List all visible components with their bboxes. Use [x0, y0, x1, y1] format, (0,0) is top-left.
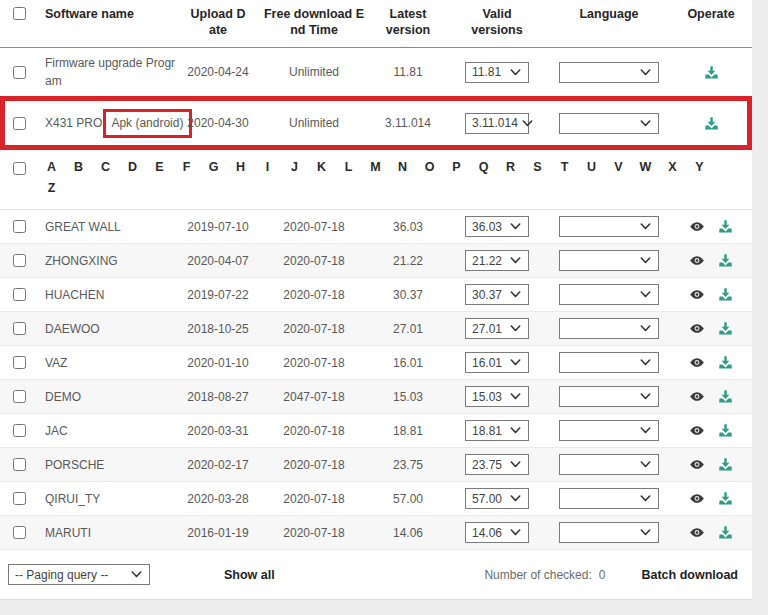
alphabet-letter-X[interactable]: X: [659, 160, 686, 174]
view-eye-icon[interactable]: [689, 255, 705, 266]
view-eye-icon[interactable]: [689, 459, 705, 470]
row-checkbox[interactable]: [13, 458, 26, 471]
download-icon[interactable]: [718, 457, 733, 472]
alphabet-letter-Q[interactable]: Q: [470, 160, 497, 174]
download-icon[interactable]: [704, 116, 719, 131]
view-eye-icon[interactable]: [689, 323, 705, 334]
download-icon[interactable]: [718, 321, 733, 336]
language-select[interactable]: [559, 488, 659, 509]
language-select[interactable]: [559, 62, 659, 83]
valid-version-select[interactable]: 14.06: [465, 522, 529, 543]
alphabet-letter-E[interactable]: E: [146, 160, 173, 174]
alphabet-letter-S[interactable]: S: [524, 160, 551, 174]
download-icon[interactable]: [718, 253, 733, 268]
row-checkbox[interactable]: [13, 117, 26, 130]
alphabet-letter-N[interactable]: N: [389, 160, 416, 174]
chevron-down-icon: [510, 529, 521, 536]
row-checkbox[interactable]: [13, 356, 26, 369]
row-checkbox[interactable]: [13, 492, 26, 505]
language-select[interactable]: [559, 113, 659, 134]
view-eye-icon[interactable]: [689, 289, 705, 300]
language-select[interactable]: [559, 454, 659, 475]
language-select[interactable]: [559, 216, 659, 237]
paging-query-select[interactable]: -- Paging query --: [8, 564, 150, 585]
valid-version-selected-value: 16.01: [472, 356, 502, 370]
view-eye-icon[interactable]: [689, 391, 705, 402]
alphabet-letter-V[interactable]: V: [605, 160, 632, 174]
language-select[interactable]: [559, 250, 659, 271]
alphabet-letter-F[interactable]: F: [173, 160, 200, 174]
valid-version-select[interactable]: 57.00: [465, 488, 529, 509]
view-eye-icon[interactable]: [689, 357, 705, 368]
valid-version-select[interactable]: 3.11.014: [465, 113, 529, 134]
view-eye-icon[interactable]: [689, 221, 705, 232]
alphabet-letter-M[interactable]: M: [362, 160, 389, 174]
row-checkbox[interactable]: [13, 220, 26, 233]
view-eye-icon[interactable]: [689, 527, 705, 538]
view-eye-icon[interactable]: [689, 493, 705, 504]
alphabet-letter-C[interactable]: C: [92, 160, 119, 174]
show-all-button[interactable]: Show all: [224, 568, 275, 582]
alphabet-letter-D[interactable]: D: [119, 160, 146, 174]
language-select[interactable]: [559, 420, 659, 441]
chevron-down-icon: [640, 393, 651, 400]
row-checkbox[interactable]: [13, 526, 26, 539]
alphabet-letter-J[interactable]: J: [281, 160, 308, 174]
header-latest-version: Latest version: [370, 7, 446, 38]
upload-date-text: 2018-08-27: [178, 390, 258, 404]
download-icon[interactable]: [704, 65, 719, 80]
valid-version-select[interactable]: 30.37: [465, 284, 529, 305]
upload-date-text: 2020-04-07: [178, 254, 258, 268]
alphabet-letter-B[interactable]: B: [65, 160, 92, 174]
language-select[interactable]: [559, 284, 659, 305]
language-select[interactable]: [559, 318, 659, 339]
alphabet-letter-Y[interactable]: Y: [686, 160, 713, 174]
alphabet-letter-K[interactable]: K: [308, 160, 335, 174]
download-icon[interactable]: [718, 287, 733, 302]
row-checkbox[interactable]: [13, 424, 26, 437]
valid-version-select[interactable]: 36.03: [465, 216, 529, 237]
language-select[interactable]: [559, 386, 659, 407]
software-name-text: DEMO: [38, 390, 178, 404]
alphabet-letter-L[interactable]: L: [335, 160, 362, 174]
chevron-down-icon: [640, 325, 651, 332]
valid-version-select[interactable]: 16.01: [465, 352, 529, 373]
view-eye-icon[interactable]: [689, 425, 705, 436]
download-icon[interactable]: [718, 525, 733, 540]
row-checkbox-cell: [0, 424, 38, 437]
valid-version-select[interactable]: 15.03: [465, 386, 529, 407]
alphabet-letter-R[interactable]: R: [497, 160, 524, 174]
batch-download-button[interactable]: Batch download: [641, 568, 738, 582]
download-icon[interactable]: [718, 219, 733, 234]
alphabet-letter-A[interactable]: A: [38, 160, 65, 174]
download-icon[interactable]: [718, 389, 733, 404]
alphabet-letter-W[interactable]: W: [632, 160, 659, 174]
row-checkbox[interactable]: [13, 288, 26, 301]
valid-version-select[interactable]: 27.01: [465, 318, 529, 339]
language-select[interactable]: [559, 522, 659, 543]
download-icon[interactable]: [718, 423, 733, 438]
valid-version-select[interactable]: 11.81: [465, 62, 529, 83]
alphabet-letter-Z[interactable]: Z: [38, 181, 65, 195]
alphabet-letter-U[interactable]: U: [578, 160, 605, 174]
alphabet-letter-I[interactable]: I: [254, 160, 281, 174]
alphabet-letter-G[interactable]: G: [200, 160, 227, 174]
row-checkbox[interactable]: [13, 254, 26, 267]
download-icon[interactable]: [718, 355, 733, 370]
alphabet-letter-H[interactable]: H: [227, 160, 254, 174]
valid-version-select[interactable]: 23.75: [465, 454, 529, 475]
row-checkbox[interactable]: [13, 322, 26, 335]
row-checkbox[interactable]: [13, 390, 26, 403]
row-checkbox[interactable]: [13, 66, 26, 79]
language-select[interactable]: [559, 352, 659, 373]
alphabet-letter-T[interactable]: T: [551, 160, 578, 174]
alphabet-letter-P[interactable]: P: [443, 160, 470, 174]
valid-version-select[interactable]: 21.22: [465, 250, 529, 271]
valid-version-select[interactable]: 18.81: [465, 420, 529, 441]
table-row: PORSCHE 2020-02-17 2020-07-18 23.75 23.7…: [0, 448, 752, 482]
alphabet-row-checkbox[interactable]: [13, 162, 26, 175]
select-all-checkbox[interactable]: [13, 7, 26, 20]
latest-version-text: 36.03: [370, 220, 446, 234]
download-icon[interactable]: [718, 491, 733, 506]
alphabet-letter-O[interactable]: O: [416, 160, 443, 174]
